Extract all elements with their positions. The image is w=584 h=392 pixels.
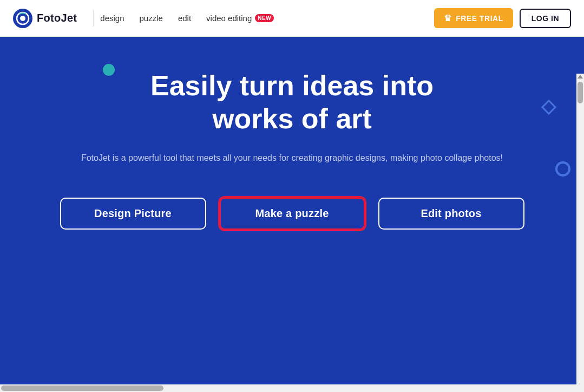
fotojet-logo-icon xyxy=(13,9,32,28)
logo-area[interactable]: FotoJet xyxy=(13,9,77,28)
scrollbar-up-arrow[interactable] xyxy=(578,75,583,79)
scrollbar-thumb[interactable] xyxy=(578,82,583,103)
nav-link-video-editing-wrap[interactable]: video editing NEW xyxy=(206,14,274,23)
hero-title-line2: works of art xyxy=(212,103,372,134)
deco-diamond xyxy=(541,100,556,115)
right-scrollbar[interactable] xyxy=(576,74,584,392)
nav-right: ♛ FREE TRIAL LOG IN xyxy=(434,8,571,28)
design-picture-button[interactable]: Design Picture xyxy=(60,198,206,230)
hero-subtitle: FotoJet is a powerful tool that meets al… xyxy=(70,151,514,165)
edit-photos-button[interactable]: Edit photos xyxy=(378,198,524,230)
nav-link-design[interactable]: design xyxy=(100,14,124,23)
bottom-scrollbar-thumb[interactable] xyxy=(1,386,163,391)
new-badge: NEW xyxy=(255,14,274,22)
nav-links: design puzzle edit video editing NEW xyxy=(100,14,434,23)
bottom-scrollbar[interactable] xyxy=(0,384,584,392)
deco-teal-circle xyxy=(103,64,115,76)
crown-icon: ♛ xyxy=(444,13,452,23)
cta-buttons: Design Picture Make a puzzle Edit photos xyxy=(60,197,524,230)
hero-section: Easily turn ideas into works of art Foto… xyxy=(0,37,584,392)
navbar: FotoJet design puzzle edit video editing… xyxy=(0,0,584,37)
logo-text: FotoJet xyxy=(37,12,77,24)
svg-point-2 xyxy=(20,16,25,21)
nav-link-puzzle[interactable]: puzzle xyxy=(140,14,163,23)
nav-divider xyxy=(93,10,94,27)
hero-title: Easily turn ideas into works of art xyxy=(150,69,434,136)
nav-link-video-editing: video editing xyxy=(206,14,252,23)
free-trial-button[interactable]: ♛ FREE TRIAL xyxy=(434,8,513,28)
login-button[interactable]: LOG IN xyxy=(520,9,571,28)
nav-link-edit[interactable]: edit xyxy=(178,14,191,23)
free-trial-label: FREE TRIAL xyxy=(456,14,503,23)
hero-title-line1: Easily turn ideas into xyxy=(150,70,434,101)
make-puzzle-button[interactable]: Make a puzzle xyxy=(219,197,365,230)
deco-circle-outline xyxy=(555,161,570,177)
